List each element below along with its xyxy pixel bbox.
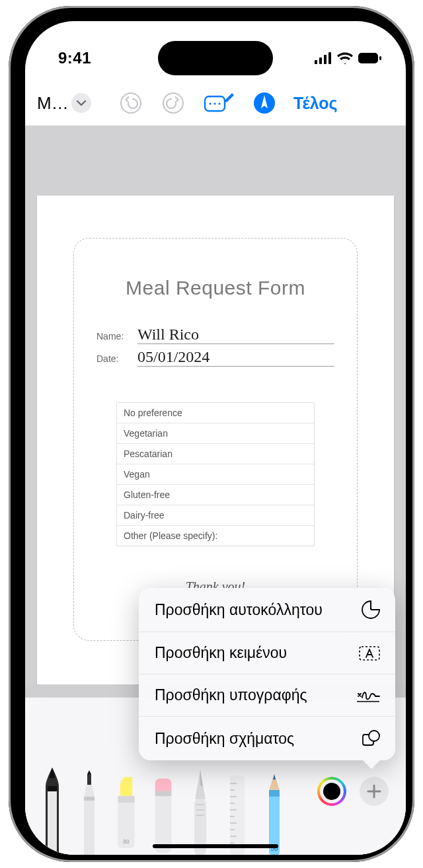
redo-button[interactable] <box>153 89 193 118</box>
svg-rect-4 <box>358 53 378 63</box>
nav-toolbar: M… <box>25 81 406 126</box>
svg-point-9 <box>209 102 211 104</box>
menuitem-label: Προσθήκη σχήματος <box>155 730 294 748</box>
shapes-icon <box>361 729 381 748</box>
svg-text:80: 80 <box>123 838 130 845</box>
svg-rect-1 <box>319 57 322 64</box>
option-row[interactable]: Vegan <box>117 464 314 485</box>
add-text-menuitem[interactable]: Προσθήκη κειμένου <box>139 632 395 674</box>
name-field-row: Name: Will Rico <box>93 326 338 344</box>
undo-button[interactable] <box>111 89 151 118</box>
date-field-row: Date: 05/01/2024 <box>93 348 338 367</box>
add-button[interactable] <box>360 777 389 806</box>
menuitem-label: Προσθήκη υπογραφής <box>155 686 307 704</box>
svg-rect-3 <box>328 52 331 64</box>
pen-tool[interactable] <box>38 757 66 855</box>
add-shape-menuitem[interactable]: Προσθήκη σχήματος <box>139 717 395 760</box>
color-picker-button[interactable] <box>317 777 346 806</box>
form-outline: Meal Request Form Name: Will Rico Date: … <box>73 238 358 641</box>
marker-tool[interactable] <box>75 769 103 855</box>
autofill-button[interactable] <box>196 89 242 118</box>
option-row[interactable]: Vegetarian <box>117 423 314 444</box>
option-row[interactable]: Gluten-free <box>117 485 314 505</box>
markup-icon <box>252 91 276 115</box>
chevron-down-icon <box>77 100 86 106</box>
add-sticker-menuitem[interactable]: Προσθήκη αυτοκόλλητου <box>139 588 395 632</box>
svg-rect-39 <box>269 790 280 797</box>
battery-icon <box>358 52 382 64</box>
menuitem-label: Προσθήκη αυτοκόλλητου <box>155 601 323 619</box>
cellular-icon <box>315 52 332 64</box>
dynamic-island <box>158 41 273 75</box>
svg-rect-17 <box>48 786 57 791</box>
home-indicator[interactable] <box>153 844 278 848</box>
signature-icon <box>356 687 381 704</box>
menuitem-label: Προσθήκη κειμένου <box>155 644 287 662</box>
date-value[interactable]: 05/01/2024 <box>137 348 334 367</box>
add-signature-menuitem[interactable]: Προσθήκη υπογραφής <box>139 674 395 717</box>
svg-rect-21 <box>120 783 132 796</box>
svg-rect-13 <box>360 647 379 660</box>
pencil-tool[interactable]: 50 <box>260 769 288 855</box>
option-row[interactable]: Other (Please specify): <box>117 526 314 546</box>
add-menu-popup: Προσθήκη αυτοκόλλητου Προσθήκη κειμένου … <box>139 588 395 760</box>
svg-rect-20 <box>118 796 134 803</box>
svg-point-10 <box>213 102 215 104</box>
svg-point-16 <box>369 731 379 741</box>
textbox-icon <box>358 645 381 662</box>
title-menu-button[interactable] <box>71 93 91 113</box>
date-label: Date: <box>96 353 131 367</box>
wifi-icon <box>337 52 353 64</box>
status-time: 9:41 <box>58 49 91 67</box>
ruler-tool[interactable] <box>223 769 251 855</box>
highlighter-tool[interactable]: 80 <box>112 769 140 855</box>
document-title[interactable]: M… <box>37 93 67 114</box>
undo-icon <box>120 92 142 114</box>
plus-icon <box>367 784 381 799</box>
option-row[interactable]: No preference <box>117 403 314 423</box>
svg-point-11 <box>218 102 220 104</box>
svg-rect-25 <box>155 791 172 797</box>
phone-frame: 9:41 <box>9 6 414 862</box>
svg-rect-0 <box>315 60 317 64</box>
name-value[interactable]: Will Rico <box>137 326 334 344</box>
popup-arrow <box>362 760 381 769</box>
option-row[interactable]: Dairy-free <box>117 505 314 526</box>
screen: 9:41 <box>25 21 406 855</box>
redo-icon <box>162 92 184 114</box>
form-title: Meal Request Form <box>93 277 338 299</box>
svg-rect-5 <box>379 56 381 60</box>
markup-button[interactable] <box>245 89 284 118</box>
current-color-swatch <box>323 783 340 800</box>
name-label: Name: <box>96 331 131 344</box>
svg-rect-2 <box>324 55 327 64</box>
option-row[interactable]: Pescatarian <box>117 444 314 464</box>
done-button[interactable]: Τέλος <box>287 94 342 113</box>
form-pencil-icon <box>203 92 235 114</box>
sticker-icon <box>361 600 381 620</box>
svg-rect-18 <box>84 797 95 801</box>
options-table: No preference Vegetarian Pescatarian Veg… <box>116 402 315 546</box>
eraser-tool[interactable] <box>149 769 177 855</box>
lasso-tool[interactable] <box>186 769 214 855</box>
